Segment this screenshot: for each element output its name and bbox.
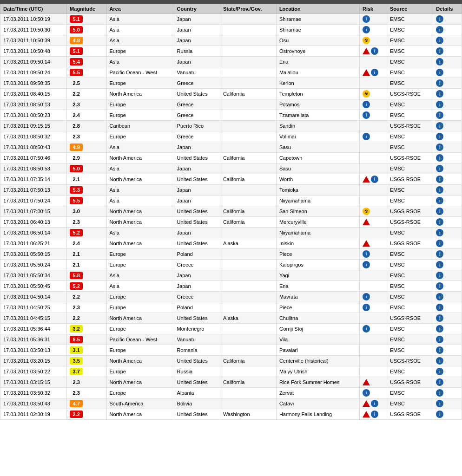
info-icon[interactable]: i (436, 143, 443, 151)
info-icon[interactable]: i (436, 165, 443, 172)
cell-details[interactable]: i (433, 206, 462, 217)
cell-risk: ☢ (359, 35, 387, 46)
cell-details[interactable]: i (433, 238, 462, 249)
cell-details[interactable]: i (433, 153, 462, 163)
cell-location: Sasu (276, 163, 359, 174)
info-icon[interactable]: i (436, 304, 443, 311)
cell-details[interactable]: i (433, 302, 462, 313)
cell-details[interactable]: i (433, 174, 462, 185)
cell-details[interactable]: i (433, 270, 462, 281)
cell-details[interactable]: i (433, 356, 462, 366)
info-icon[interactable]: i (436, 293, 443, 300)
cell-source: USGS-RSOE (387, 409, 433, 420)
info-icon[interactable]: i (436, 218, 443, 226)
info-icon[interactable]: i (436, 133, 443, 140)
cell-details[interactable]: i (433, 409, 462, 420)
info-icon[interactable]: i (436, 122, 443, 130)
info-icon[interactable]: i (436, 176, 443, 183)
info-icon[interactable]: i (436, 208, 443, 215)
table-row: 17.03.2011 09:50:145.4AsiaJapanEnaEMSCi (0, 57, 462, 67)
cell-details[interactable]: i (433, 366, 462, 377)
info-icon[interactable]: i (436, 186, 443, 194)
cell-details[interactable]: i (433, 121, 462, 131)
cell-country: United States (174, 174, 220, 185)
cell-details[interactable]: i (433, 57, 462, 67)
cell-details[interactable]: i (433, 281, 462, 292)
cell-risk (359, 270, 387, 281)
info-icon[interactable]: i (436, 272, 443, 279)
info-icon[interactable]: i (436, 229, 443, 236)
cell-datetime: 17.03.2011 06:40:13 (0, 217, 67, 228)
info-icon[interactable]: i (436, 240, 443, 247)
cell-details[interactable]: i (433, 324, 462, 334)
info-icon[interactable]: i (436, 111, 443, 119)
cell-details[interactable]: i (433, 377, 462, 388)
cell-details[interactable]: i (433, 185, 462, 196)
cell-state (220, 185, 276, 196)
info-icon[interactable]: i (436, 325, 443, 333)
info-icon[interactable]: i (436, 336, 443, 343)
info-icon[interactable]: i (436, 37, 443, 44)
cell-source: EMSC (387, 57, 433, 67)
cell-location: Kerion (276, 78, 359, 89)
magnitude-badge: 2.2 (70, 90, 83, 98)
info-icon[interactable]: i (436, 250, 443, 258)
info-icon[interactable]: i (436, 154, 443, 162)
info-icon[interactable]: i (436, 346, 443, 354)
info-icon[interactable]: i (436, 357, 443, 365)
info-icon[interactable]: i (436, 400, 443, 407)
info-icon[interactable]: i (436, 47, 443, 55)
cell-details[interactable]: i (433, 99, 462, 110)
cell-state (220, 35, 276, 46)
cell-details[interactable]: i (433, 228, 462, 238)
info-icon[interactable]: i (436, 69, 443, 76)
info-icon[interactable]: i (436, 58, 443, 65)
cell-details[interactable]: i (433, 110, 462, 121)
cell-location: Sandin (276, 121, 359, 131)
info-icon[interactable]: i (436, 389, 443, 397)
info-icon[interactable]: i (436, 15, 443, 23)
cell-details[interactable]: i (433, 25, 462, 35)
cell-details[interactable]: i (433, 292, 462, 302)
cell-details[interactable]: i (433, 196, 462, 206)
cell-details[interactable]: i (433, 78, 462, 89)
info-icon[interactable]: i (436, 411, 443, 418)
cell-datetime: 17.03.2011 08:50:43 (0, 142, 67, 153)
cell-details[interactable]: i (433, 334, 462, 345)
info-icon[interactable]: i (436, 90, 443, 98)
cell-details[interactable]: i (433, 89, 462, 99)
cell-datetime: 17.03.2011 05:50:24 (0, 260, 67, 270)
cell-details[interactable]: i (433, 46, 462, 57)
cell-details[interactable]: i (433, 388, 462, 398)
earthquake-table: Date/Time (UTC) Magnitude Area Country S… (0, 4, 462, 420)
info-icon[interactable]: i (436, 368, 443, 375)
info-icon[interactable]: i (436, 26, 443, 33)
info-icon[interactable]: i (436, 378, 443, 386)
info-icon[interactable]: i (436, 79, 443, 87)
info-icon[interactable]: i (436, 261, 443, 268)
cell-location: Potamos (276, 99, 359, 110)
cell-details[interactable]: i (433, 398, 462, 409)
cell-details[interactable]: i (433, 67, 462, 78)
cell-state (220, 46, 276, 57)
cell-magnitude: 2.3 (67, 377, 106, 388)
cell-details[interactable]: i (433, 217, 462, 228)
cell-country: Japan (174, 185, 220, 196)
info-icon[interactable]: i (436, 197, 443, 204)
cell-details[interactable]: i (433, 35, 462, 46)
cell-state (220, 78, 276, 89)
cell-details[interactable]: i (433, 163, 462, 174)
cell-details[interactable]: i (433, 249, 462, 260)
cell-details[interactable]: i (433, 142, 462, 153)
cell-details[interactable]: i (433, 131, 462, 142)
cell-details[interactable]: i (433, 313, 462, 324)
info-icon[interactable]: i (436, 101, 443, 108)
cell-details[interactable]: i (433, 14, 462, 25)
info-icon[interactable]: i (436, 282, 443, 290)
magnitude-badge: 2.2 (70, 314, 83, 322)
cell-state (220, 302, 276, 313)
cell-details[interactable]: i (433, 260, 462, 270)
info-icon[interactable]: i (436, 314, 443, 322)
table-row: 17.03.2011 09:50:352.5EuropeGreeceKerion… (0, 78, 462, 89)
cell-details[interactable]: i (433, 345, 462, 356)
